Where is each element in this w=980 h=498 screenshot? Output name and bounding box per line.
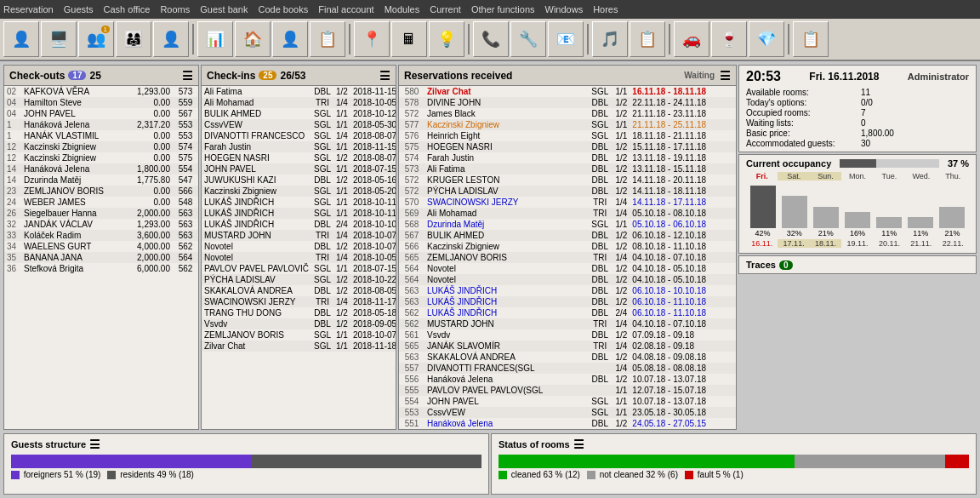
table-row[interactable]: LUKÁŠ JINDŘICH SGL 1/1 2018-10-11 568 bbox=[202, 208, 396, 219]
table-row[interactable]: 1 HANÁK VLASTIMIL 0.00 553 bbox=[4, 130, 198, 141]
table-row[interactable]: 564 Novotel DBL 1/2 04.10.18 - 05.10.18 bbox=[399, 274, 736, 285]
toolbar-btn-person[interactable]: 👤 bbox=[153, 21, 189, 57]
menu-hores[interactable]: Hores bbox=[593, 4, 618, 14]
table-row[interactable]: LUKÁŠ JINDŘICH SGL 1/1 2018-10-11 569 bbox=[202, 197, 396, 208]
table-row[interactable]: Kaczinski Zbigniew SGL 1/1 2018-05-20 57… bbox=[202, 186, 396, 197]
table-row[interactable]: 563 SKAKALOVÁ ANDREA DBL 1/2 04.08.18 - … bbox=[399, 352, 736, 363]
table-row[interactable]: 572 James Black DBL 1/2 21.11.18 - 23.11… bbox=[399, 108, 736, 119]
table-row[interactable]: 574 Farah Justin DBL 1/2 13.11.18 - 19.1… bbox=[399, 152, 736, 163]
toolbar-btn-user[interactable]: 👤 bbox=[3, 21, 39, 57]
table-row[interactable]: 12 Kaczinski Zbigniew 0.00 575 bbox=[4, 152, 198, 163]
reservations-menu-icon[interactable]: ☰ bbox=[720, 69, 731, 83]
toolbar-btn-chart[interactable]: 📊 bbox=[197, 21, 233, 57]
toolbar-btn-family[interactable]: 👨‍👩‍👧 bbox=[116, 21, 151, 57]
table-row[interactable]: 563 LUKÁŠ JINDŘICH DBL 1/2 06.10.18 - 10… bbox=[399, 285, 736, 296]
table-row[interactable]: Novotel TRI 1/4 2018-10-05 564 bbox=[202, 252, 396, 263]
toolbar-btn-tool[interactable]: 🔧 bbox=[510, 21, 546, 57]
menu-other-functions[interactable]: Other functions bbox=[471, 4, 535, 14]
table-row[interactable]: TRANG THU DONG DBL 1/2 2018-05-18 562 bbox=[202, 307, 396, 318]
table-row[interactable]: ZEMLJANOV BORIS SGL 1/1 2018-10-07 565 bbox=[202, 329, 396, 341]
menu-rooms[interactable]: Rooms bbox=[160, 4, 190, 14]
table-row[interactable]: PAVLOV PAVEL PAVLOVIČ SGL 1/1 2018-07-15… bbox=[202, 263, 396, 274]
checkins-menu-icon[interactable]: ☰ bbox=[379, 69, 390, 83]
table-row[interactable]: 555 PAVLOV PAVEL PAVLOV(SGL 1/1 12.07.18… bbox=[399, 385, 736, 396]
table-row[interactable]: JUWUKUSHI KAZI DBL 1/2 2018-05-16 572 bbox=[202, 175, 396, 186]
status-rooms-menu[interactable]: ☰ bbox=[573, 438, 584, 451]
table-row[interactable]: 576 Heinrich Eight SGL 1/1 18.11.18 - 21… bbox=[399, 130, 736, 141]
toolbar-btn-car[interactable]: 🚗 bbox=[674, 21, 709, 57]
toolbar-btn-user2[interactable]: 👤 bbox=[272, 21, 308, 57]
table-row[interactable]: 580 Zilvar Chat SGL 1/1 16.11.18 - 18.11… bbox=[399, 86, 736, 97]
table-row[interactable]: 26 Siegelbauer Hanna 2,000.00 563 bbox=[4, 208, 198, 219]
table-row[interactable]: 570 SWACINOWSKI JERZY TRI 1/4 14.11.18 -… bbox=[399, 197, 736, 208]
table-row[interactable]: Zilvar Chat SGL 1/1 2018-11-18 580 bbox=[202, 341, 396, 352]
table-row[interactable]: 02 KAFKOVÁ VĚRA 1,293.00 573 bbox=[4, 86, 198, 97]
table-row[interactable]: 554 JOHN PAVEL SGL 1/1 10.07.18 - 13.07.… bbox=[399, 396, 736, 407]
table-row[interactable]: 573 Ali Fatima DBL 1/2 13.11.18 - 15.11.… bbox=[399, 163, 736, 175]
table-row[interactable]: BULIK AHMED SGL 1/1 2018-10-12 572 bbox=[202, 108, 396, 119]
table-row[interactable]: MUSTARD JOHN TRI 1/4 2018-10-07 566 bbox=[202, 230, 396, 241]
table-row[interactable]: 04 Hamilton Steve 0.00 559 bbox=[4, 97, 198, 108]
table-row[interactable]: 569 Ali Mohamad TRI 1/4 05.10.18 - 08.10… bbox=[399, 208, 736, 219]
toolbar-btn-calc[interactable]: 🖩 bbox=[391, 21, 427, 57]
toolbar-btn-screen[interactable]: 🖥️ bbox=[41, 21, 77, 57]
table-row[interactable]: 572 PÝCHA LADISLAV DBL 1/2 14.11.18 - 18… bbox=[399, 186, 736, 197]
table-row[interactable]: 572 KRUGER LESTON DBL 1/2 14.11.18 - 20.… bbox=[399, 175, 736, 186]
table-row[interactable]: 575 HOEGEN NASRI DBL 1/2 15.11.18 - 17.1… bbox=[399, 141, 736, 152]
checkouts-menu-icon[interactable]: ☰ bbox=[182, 69, 193, 83]
table-row[interactable]: 1 Hanáková Jelena 2,317.20 553 bbox=[4, 119, 198, 130]
table-row[interactable]: 33 Koláček Radim 3,600.00 563 bbox=[4, 230, 198, 241]
guests-structure-menu[interactable]: ☰ bbox=[89, 438, 100, 451]
table-row[interactable]: HOEGEN NASRI SGL 1/2 2018-08-07 574 bbox=[202, 152, 396, 163]
toolbar-btn-gem[interactable]: 💎 bbox=[749, 21, 784, 57]
table-row[interactable]: 563 LUKÁŠ JINDŘICH DBL 1/2 06.10.18 - 11… bbox=[399, 296, 736, 307]
menu-reservation[interactable]: Reservation bbox=[3, 4, 54, 14]
toolbar-btn-drink[interactable]: 🍷 bbox=[711, 21, 747, 57]
table-row[interactable]: 561 Vsvdv DBL 1/2 07.09.18 - 09.18 bbox=[399, 329, 736, 341]
menu-final-account[interactable]: Final account bbox=[318, 4, 373, 14]
table-row[interactable]: DIVANOTTI FRANCESCO SGL 1/4 2018-08-07 5… bbox=[202, 130, 396, 141]
table-row[interactable]: 565 ZEMLJANOV BORIS TRI 1/4 04.10.18 - 0… bbox=[399, 252, 736, 263]
table-row[interactable]: 564 Novotel DBL 1/2 04.10.18 - 05.10.18 bbox=[399, 263, 736, 274]
table-row[interactable]: 04 JOHN PAVEL 0.00 567 bbox=[4, 108, 198, 119]
menu-code-books[interactable]: Code books bbox=[259, 4, 309, 14]
table-row[interactable]: Ali Mohamad TRI 1/4 2018-10-05 578 bbox=[202, 97, 396, 108]
table-row[interactable]: SWACINOWSKI JERZY TRI 1/4 2018-11-17 563 bbox=[202, 296, 396, 307]
table-row[interactable]: 556 Hanáková Jelena DBL 1/2 10.07.18 - 1… bbox=[399, 374, 736, 385]
toolbar-btn-house[interactable]: 🏠 bbox=[235, 21, 271, 57]
table-row[interactable]: Vsvdv DBL 1/2 2018-09-05 561 bbox=[202, 318, 396, 329]
toolbar-btn-phone[interactable]: 📞 bbox=[473, 21, 509, 57]
menu-windows[interactable]: Windows bbox=[545, 4, 584, 14]
table-row[interactable]: 35 BANANA JANA 2,000.00 564 bbox=[4, 252, 198, 263]
toolbar-btn-doc[interactable]: 📋 bbox=[310, 21, 345, 57]
toolbar-btn-pin[interactable]: 📍 bbox=[354, 21, 390, 57]
toolbar-btn-doc2[interactable]: 📋 bbox=[630, 21, 665, 57]
table-row[interactable]: 24 WEBER JAMES 0.00 548 bbox=[4, 197, 198, 208]
toolbar-btn-music[interactable]: 🎵 bbox=[592, 21, 628, 57]
menu-cash-office[interactable]: Cash office bbox=[104, 4, 151, 14]
toolbar-btn-group1[interactable]: 👥1 bbox=[78, 21, 114, 57]
menu-guest-bank[interactable]: Guest bank bbox=[200, 4, 248, 14]
table-row[interactable]: 34 WAELENS GURT 4,000.00 562 bbox=[4, 241, 198, 252]
table-row[interactable]: PÝCHA LADISLAV SGL 1/2 2018-10-22 563 bbox=[202, 274, 396, 285]
toolbar-btn-light[interactable]: 💡 bbox=[429, 21, 464, 57]
table-row[interactable]: 14 Dzurinda Matěj 1,775.80 547 bbox=[4, 175, 198, 186]
table-row[interactable]: 565 JANÁK SLAVOMÍR TRI 1/4 02.08.18 - 09… bbox=[399, 341, 736, 352]
table-row[interactable]: Novotel DBL 1/2 2018-10-07 565 bbox=[202, 241, 396, 252]
table-row[interactable]: 557 DIVANOTTI FRANCES(SGL 1/4 05.08.18 -… bbox=[399, 363, 736, 374]
table-row[interactable]: Farah Justin SGL 1/1 2018-11-15 575 bbox=[202, 141, 396, 152]
table-row[interactable]: CssvVEW SGL 1/1 2018-05-30 577 bbox=[202, 119, 396, 130]
table-row[interactable]: 567 BULIK AHMED DBL 1/2 06.10.18 - 12.10… bbox=[399, 230, 736, 241]
toolbar-btn-mail[interactable]: 📧 bbox=[548, 21, 584, 57]
table-row[interactable]: 23 ZEMLJANOV BORIS 0.00 566 bbox=[4, 186, 198, 197]
menu-modules[interactable]: Modules bbox=[385, 4, 420, 14]
table-row[interactable]: 577 Kaczinski Zbigniew SGL 1/1 21.11.18 … bbox=[399, 119, 736, 130]
table-row[interactable]: 568 Dzurinda Matěj SGL 1/1 05.10.18 - 06… bbox=[399, 219, 736, 230]
table-row[interactable]: 36 Stefková Brigita 6,000.00 562 bbox=[4, 263, 198, 274]
table-row[interactable]: JOHN PAVEL SGL 1/1 2018-07-15 573 bbox=[202, 163, 396, 175]
table-row[interactable]: 14 Hanáková Jelena 1,800.00 554 bbox=[4, 163, 198, 175]
table-row[interactable]: 12 Kaczinski Zbigniew 0.00 574 bbox=[4, 141, 198, 152]
table-row[interactable]: 566 Kaczinski Zbigniew DBL 1/2 08.10.18 … bbox=[399, 241, 736, 252]
table-row[interactable]: 578 DIVINE JOHN DBL 1/2 22.11.18 - 24.11… bbox=[399, 97, 736, 108]
table-row[interactable]: 551 Hanáková Jelena DBL 1/2 24.05.18 - 2… bbox=[399, 418, 736, 429]
